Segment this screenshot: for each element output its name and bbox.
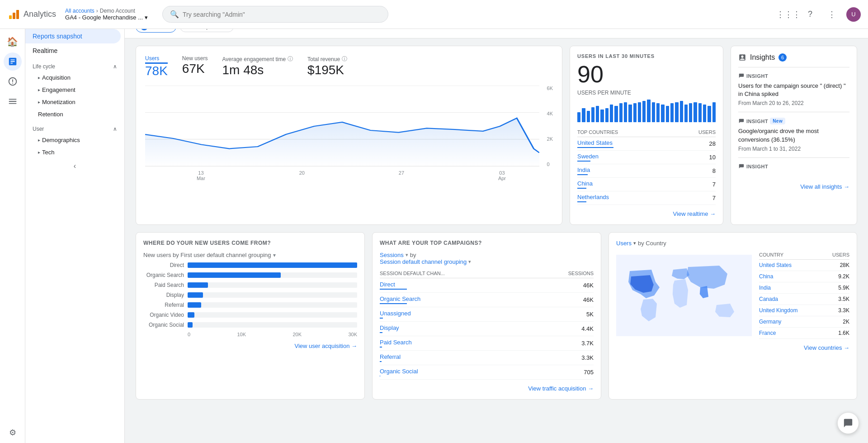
user-collapse-icon[interactable]: ∧ [113, 126, 117, 132]
country-row: India 8 [577, 164, 716, 178]
metric-engagement[interactable]: Average engagement time ⓘ 1m 48s [222, 55, 293, 78]
session-count: 3.3K [581, 354, 594, 361]
countries-table-header: TOP COUNTRIES USERS [577, 128, 716, 137]
chart-y-labels: 6K 4K 2K 0 [547, 86, 553, 167]
map-country-row: United Kingdom 3.3K [759, 305, 849, 316]
map-country-name[interactable]: France [759, 330, 776, 336]
insight-date-1: From March 20 to 26, 2022 [738, 100, 849, 106]
session-name[interactable]: Display [380, 324, 399, 333]
sidebar-item-reports-snapshot[interactable]: Reports snapshot [25, 29, 121, 43]
metric-users[interactable]: Users 78K [145, 55, 168, 78]
lifecycle-collapse-icon[interactable]: ∧ [113, 63, 117, 70]
more-vert-icon[interactable]: ⋮ [825, 7, 839, 22]
sidebar-item-demographics[interactable]: ▸ Demographics [25, 134, 124, 146]
property-selector[interactable]: GA4 - Google Merchandise ... ▾ [65, 14, 148, 21]
insight-icon [738, 163, 745, 170]
hbar-track [188, 272, 357, 278]
view-traffic-acquisition-link[interactable]: View traffic acquisition → [380, 385, 594, 392]
insight-text-1[interactable]: Users for the campaign source " (direct)… [738, 82, 849, 98]
realtime-bar [647, 100, 650, 122]
hbar-row: Direct [143, 262, 357, 268]
session-name[interactable]: Organic Search [380, 295, 420, 304]
country-row: United States 28 [577, 137, 716, 151]
map-country-name[interactable]: China [759, 273, 773, 280]
hbar-track [188, 282, 357, 288]
session-name[interactable]: Organic Social [380, 368, 418, 376]
sidebar-icon-reports[interactable] [4, 52, 22, 71]
insight-icon [738, 118, 745, 124]
sidebar-item-realtime[interactable]: Realtime [25, 43, 121, 58]
topbar-right: ⋮⋮⋮ ? ⋮ U [781, 7, 861, 22]
realtime-bar [680, 101, 683, 122]
session-name[interactable]: Paid Search [380, 339, 412, 348]
map-country-name[interactable]: United Kingdom [759, 307, 797, 314]
lifecycle-section: Life cycle ∧ [25, 58, 124, 71]
realtime-bar [698, 103, 702, 122]
line-chart-svg [145, 86, 539, 167]
map-country-name[interactable]: United States [759, 262, 792, 268]
session-name[interactable]: Direct [380, 281, 407, 290]
svg-rect-0 [9, 15, 12, 19]
search-input[interactable] [183, 11, 381, 18]
sidebar-icon-advertising[interactable] [4, 92, 22, 110]
map-country-name[interactable]: Germany [759, 319, 781, 325]
realtime-bar [605, 108, 609, 122]
map-country-users: 9.2K [838, 273, 849, 280]
x-axis-label: 30K [348, 332, 357, 337]
user-section: User ∧ [25, 120, 124, 134]
hbar-track [188, 292, 357, 298]
sidebar-icon-home[interactable]: 🏠 [4, 33, 22, 51]
sidebar-item-monetization[interactable]: ▸ Monetization [25, 96, 124, 108]
realtime-bar [638, 102, 641, 122]
avatar[interactable]: U [846, 7, 861, 22]
realtime-bar [600, 110, 604, 122]
apps-icon[interactable]: ⋮⋮⋮ [781, 7, 796, 22]
main-content: Reports snapshot ✓ ▾ A All Users Add com… [125, 0, 868, 407]
country-name[interactable]: China [577, 180, 593, 189]
sidebar-icon-explore[interactable] [4, 72, 22, 91]
realtime-card: USERS IN LAST 30 MINUTES 90 USERS PER MI… [570, 46, 723, 225]
map-card: Users ▾ by Country [609, 232, 857, 400]
acquisition-card: WHERE DO YOUR NEW USERS COME FROM? New u… [136, 232, 365, 400]
country-name[interactable]: United States [577, 139, 613, 148]
channel-grouping-title[interactable]: Session default channel grouping ▾ [380, 258, 594, 265]
campaigns-card: WHAT ARE YOUR TOP CAMPAIGNS? Sessions ▾ … [372, 232, 601, 400]
acquisition-chart-title[interactable]: New users by First user default channel … [143, 252, 357, 258]
x-axis-label: 10K [237, 332, 246, 337]
sidebar-item-engagement[interactable]: ▸ Engagement [25, 84, 124, 96]
map-title[interactable]: Users ▾ by Country [616, 240, 666, 247]
hbar-track [188, 322, 357, 328]
sidebar-item-acquisition[interactable]: ▸ Acquisition [25, 71, 124, 84]
sidebar-item-retention[interactable]: Retention [25, 108, 124, 120]
help-icon[interactable]: ? [803, 7, 817, 22]
view-user-acquisition-link[interactable]: View user acquisition → [143, 343, 357, 349]
country-name[interactable]: India [577, 167, 590, 175]
logo-area: Analytics [7, 8, 56, 21]
hbar-fill [188, 302, 201, 308]
app-title: Analytics [24, 10, 56, 19]
map-country-row: Canada 3.5K [759, 294, 849, 305]
country-users: 8 [712, 167, 716, 174]
view-all-insights-link[interactable]: View all insights → [738, 183, 849, 190]
realtime-bar [656, 103, 660, 122]
session-name[interactable]: Unassigned [380, 310, 411, 319]
sidebar-item-tech[interactable]: ▸ Tech [25, 146, 124, 158]
hbar-label: Display [143, 292, 184, 298]
country-name[interactable]: Sweden [577, 153, 599, 162]
metric-new-users[interactable]: New users 67K [182, 55, 208, 78]
metric-revenue[interactable]: Total revenue ⓘ $195K [307, 55, 347, 78]
map-country-name[interactable]: Canada [759, 296, 778, 302]
session-count: 5K [586, 311, 594, 318]
hbar-row: Organic Social [143, 322, 357, 328]
sidebar-collapse-button[interactable]: ‹ [25, 158, 124, 174]
insight-text-2[interactable]: Google/organic drove the most conversion… [738, 127, 849, 143]
sessions-title[interactable]: Sessions ▾ by [380, 252, 594, 258]
map-country-name[interactable]: India [759, 285, 771, 291]
session-name[interactable]: Referral [380, 353, 401, 362]
view-countries-link[interactable]: View countries → [616, 344, 849, 351]
realtime-bar [591, 107, 594, 122]
country-name[interactable]: Netherlands [577, 194, 609, 202]
session-row: Organic Search 46K [380, 293, 594, 307]
view-realtime-link[interactable]: View realtime → [577, 210, 716, 217]
acquisition-title: WHERE DO YOUR NEW USERS COME FROM? [143, 240, 357, 246]
